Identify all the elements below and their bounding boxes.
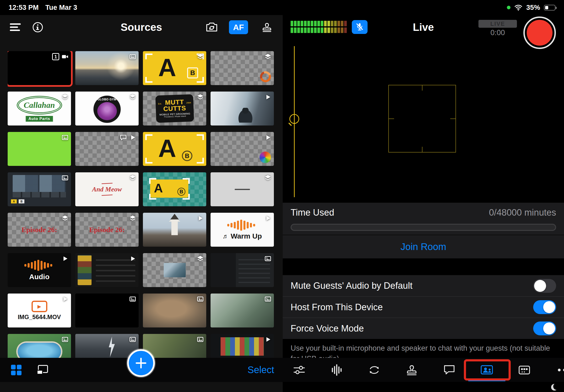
play-icon — [264, 215, 272, 222]
status-time: 12:53 PM — [9, 4, 39, 12]
source-thumbnail[interactable] — [210, 92, 274, 126]
episode-title: Episode 26: — [22, 226, 57, 234]
thumbnail-badges — [61, 336, 69, 343]
source-number-badge: 1 — [52, 53, 59, 60]
sources-grid: 1ABCallahanAuto PartsGLOBO GYMEst.2994MU… — [8, 51, 274, 358]
source-thumbnail[interactable]: AB — [8, 172, 71, 206]
callahan-logo: Callahan — [17, 96, 62, 114]
globo-gym-logo: GLOBO GYM — [94, 96, 121, 123]
corner-bracket — [145, 134, 152, 140]
live-panel: Live LIVE 0:00 Time Used 0/48000 minutes… — [283, 15, 564, 392]
multiview-layout-button[interactable] — [35, 358, 50, 382]
source-thumbnail[interactable] — [75, 253, 139, 287]
episode-title: Episode 26: — [89, 226, 125, 234]
corner-bracket — [145, 77, 152, 83]
layers-icon — [61, 94, 69, 101]
source-thumbnail[interactable] — [210, 253, 274, 287]
source-thumbnail-active[interactable]: 1 — [8, 51, 71, 85]
toggle-switch[interactable] — [533, 300, 556, 314]
mutt-cutts-logo: Est.2994MUTTCUTTSMOBILE PET GROOMINGProv… — [155, 94, 194, 123]
layers-icon — [197, 94, 204, 101]
source-thumbnail[interactable]: AB — [143, 51, 206, 85]
time-used-label: Time Used — [291, 208, 334, 218]
corner-bracket — [149, 194, 156, 200]
thumbnail-badges — [129, 255, 136, 262]
play-icon — [129, 134, 136, 141]
thumbnail-badges — [129, 53, 136, 60]
time-used-progress-row — [283, 222, 564, 235]
battery-percent: 35% — [526, 4, 540, 12]
grid-view-button[interactable] — [9, 358, 23, 382]
play-icon — [264, 94, 272, 101]
lower-third-sub-letter: B — [182, 151, 193, 161]
source-thumbnail[interactable] — [210, 334, 274, 358]
thumbnail-badges — [120, 134, 136, 141]
audio-waveform-icon[interactable] — [327, 358, 346, 382]
image-icon — [197, 295, 204, 303]
color-wheel-icon — [260, 152, 271, 163]
setting-row: Host From This Device — [283, 296, 564, 318]
stamp-icon[interactable] — [402, 358, 421, 382]
multiview-icon[interactable] — [515, 358, 534, 382]
source-thumbnail[interactable]: Est.2994MUTTCUTTSMOBILE PET GROOMINGProv… — [143, 92, 206, 126]
layers-icon — [129, 215, 136, 222]
status-bar: 12:53 PM Tue Mar 3 35% — [0, 0, 564, 15]
thumbnail-badges — [197, 255, 204, 262]
source-thumbnail[interactable] — [143, 253, 206, 287]
select-button[interactable]: Select — [248, 358, 274, 382]
thumbnail-badges — [61, 295, 69, 303]
corner-bracket — [145, 158, 152, 164]
setting-row: Mute Guests' Audio by Default — [283, 275, 564, 296]
toggle-switch[interactable] — [533, 322, 556, 335]
image-icon — [264, 255, 272, 262]
stamp-button[interactable] — [260, 15, 274, 40]
source-thumbnail[interactable] — [143, 334, 206, 358]
source-thumbnail[interactable] — [75, 51, 139, 85]
source-thumbnail[interactable] — [210, 51, 274, 85]
setting-row: Force Voice Mode — [283, 318, 564, 339]
source-thumbnail[interactable] — [75, 294, 139, 327]
source-thumbnail[interactable] — [210, 132, 274, 166]
source-thumbnail[interactable]: GLOBO GYM — [75, 92, 139, 126]
layers-icon — [129, 94, 136, 101]
video-file-icon: ▶ — [31, 301, 47, 312]
zoom-slider-handle[interactable] — [289, 114, 299, 124]
corner-bracket — [145, 54, 152, 59]
source-thumbnail[interactable]: ♬Warm Up — [210, 213, 274, 247]
source-thumbnail[interactable]: Episode 26: — [8, 213, 71, 247]
join-room-button[interactable]: Join Room — [283, 235, 564, 258]
source-thumbnail[interactable] — [143, 213, 206, 247]
toggle-switch[interactable] — [533, 279, 556, 293]
source-thumbnail[interactable]: AB — [143, 172, 206, 206]
chat-icon[interactable] — [440, 358, 459, 382]
more-dots-icon[interactable] — [552, 358, 564, 382]
source-thumbnail[interactable]: CallahanAuto Parts — [8, 92, 71, 126]
thumbnail-badges — [264, 134, 272, 141]
source-thumbnail[interactable]: Audio — [8, 253, 71, 287]
camera-flip-button[interactable] — [204, 15, 220, 40]
adjust-sliders-icon[interactable] — [290, 358, 309, 382]
add-source-button[interactable] — [127, 349, 155, 377]
corner-bracket — [183, 178, 190, 184]
source-thumbnail[interactable]: ▶IMG_5644.MOV — [8, 294, 71, 327]
source-thumbnail[interactable] — [75, 132, 139, 166]
camera-icon — [61, 53, 69, 60]
thumbnail-badges — [61, 174, 69, 182]
source-thumbnail[interactable] — [143, 294, 206, 327]
source-thumbnail[interactable]: AB — [143, 132, 206, 166]
record-button[interactable] — [527, 20, 552, 46]
source-thumbnail[interactable] — [8, 334, 71, 358]
layers-icon — [61, 215, 69, 222]
autofocus-button[interactable]: AF — [229, 20, 248, 34]
setting-label: Force Voice Mode — [291, 323, 364, 334]
source-thumbnail[interactable]: And Meow — [75, 172, 139, 206]
status-date: Tue Mar 3 — [45, 4, 77, 12]
source-thumbnail[interactable] — [210, 172, 274, 206]
source-thumbnail[interactable]: Episode 26: — [75, 213, 139, 247]
source-thumbnail[interactable] — [75, 334, 139, 358]
source-thumbnail[interactable] — [8, 132, 71, 166]
source-thumbnail[interactable] — [210, 294, 274, 327]
camera-rotate-icon[interactable] — [365, 358, 384, 382]
corner-bracket — [183, 194, 190, 200]
live-status-badge: LIVE — [479, 20, 517, 28]
